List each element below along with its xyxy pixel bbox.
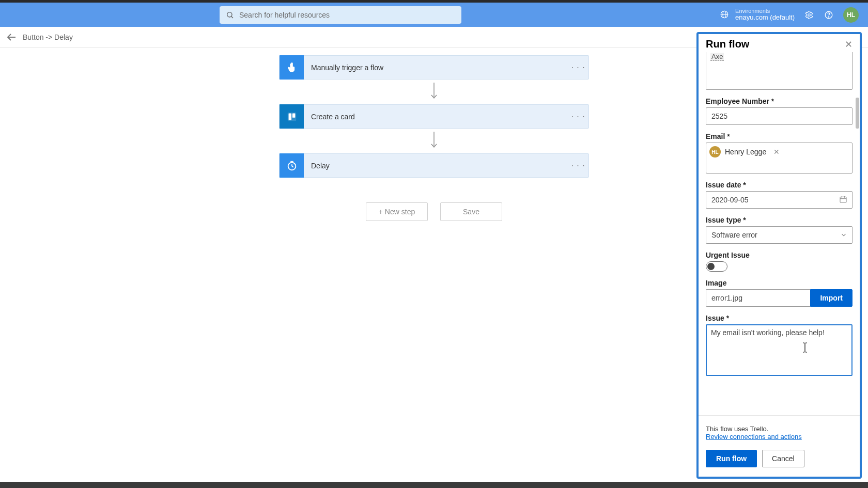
issue-date-label: Issue date *	[706, 181, 853, 189]
panel-title: Run flow	[706, 38, 749, 50]
environment-switcher[interactable]: Environments enayu.com (default)	[720, 8, 795, 21]
flow-connector	[279, 129, 589, 153]
chevron-down-icon	[840, 231, 847, 241]
flow-step-create-card[interactable]: Create a card · · ·	[279, 104, 589, 129]
save-button[interactable]: Save	[440, 202, 502, 221]
issue-date-input[interactable]	[706, 191, 853, 209]
issue-type-label: Issue type *	[706, 216, 853, 224]
email-people-picker[interactable]: HL Henry Legge ✕	[706, 143, 853, 174]
image-label: Image	[706, 279, 853, 287]
panel-info: This flow uses Trello. Review connection…	[699, 415, 860, 447]
environment-name: enayu.com (default)	[735, 14, 795, 21]
step-label: Delay	[304, 162, 568, 170]
svg-rect-11	[288, 113, 291, 120]
app-header: Environments enayu.com (default) HL	[0, 3, 868, 27]
issue-label: Issue *	[706, 314, 853, 322]
environment-icon	[720, 10, 729, 19]
email-label: Email *	[706, 132, 853, 140]
svg-point-7	[828, 17, 829, 17]
employee-number-input[interactable]	[706, 107, 853, 125]
person-avatar: HL	[709, 146, 721, 158]
help-button[interactable]	[824, 10, 834, 20]
step-label: Manually trigger a flow	[304, 64, 568, 72]
issue-type-select[interactable]	[706, 226, 853, 244]
urgent-issue-label: Urgent Issue	[706, 251, 853, 259]
help-icon	[824, 10, 833, 20]
clock-icon	[280, 153, 304, 178]
flow-step-delay[interactable]: Delay · · ·	[279, 153, 589, 178]
settings-button[interactable]	[804, 10, 814, 20]
back-button[interactable]	[5, 31, 18, 43]
uses-text: This flow uses Trello.	[706, 425, 768, 433]
step-menu-button[interactable]: · · ·	[568, 112, 588, 121]
trello-icon	[280, 104, 304, 129]
review-connections-link[interactable]: Review connections and actions	[706, 433, 802, 440]
user-avatar[interactable]: HL	[843, 7, 859, 23]
flow-step-trigger[interactable]: Manually trigger a flow · · ·	[279, 55, 589, 80]
image-filename-input[interactable]	[706, 289, 810, 307]
step-menu-button[interactable]: · · ·	[568, 161, 588, 170]
svg-rect-18	[840, 197, 846, 202]
svg-point-5	[808, 13, 811, 16]
gear-icon	[804, 10, 814, 20]
run-flow-button[interactable]: Run flow	[706, 450, 757, 467]
person-name: Henry Legge	[725, 148, 766, 156]
run-flow-panel: Run flow ✕ Axe Employee Number * Email *…	[696, 32, 862, 479]
global-search[interactable]	[220, 6, 461, 24]
breadcrumb: Button -> Delay	[23, 33, 73, 41]
step-label: Create a card	[304, 113, 568, 121]
calendar-icon[interactable]	[839, 195, 847, 206]
panel-close-button[interactable]: ✕	[845, 39, 853, 50]
scrollbar[interactable]	[856, 98, 859, 412]
svg-line-16	[292, 166, 293, 167]
svg-rect-12	[292, 113, 295, 117]
search-input[interactable]	[239, 11, 455, 19]
remove-person-button[interactable]: ✕	[773, 148, 780, 156]
cancel-button[interactable]: Cancel	[762, 450, 804, 467]
issue-textarea[interactable]	[706, 324, 853, 376]
employee-number-label: Employee Number *	[706, 97, 853, 105]
svg-point-0	[227, 12, 232, 17]
urgent-toggle[interactable]	[706, 261, 727, 272]
environment-label: Environments	[735, 8, 795, 14]
window-frame-bottom	[0, 482, 868, 488]
arrow-left-icon	[5, 31, 18, 43]
step-menu-button[interactable]: · · ·	[568, 63, 588, 72]
text-field-partial[interactable]: Axe	[706, 52, 853, 90]
svg-line-1	[231, 17, 233, 18]
import-button[interactable]: Import	[810, 289, 853, 307]
flow-connector	[279, 80, 589, 104]
search-icon	[226, 11, 234, 19]
touch-icon	[280, 55, 304, 80]
new-step-button[interactable]: + New step	[366, 202, 428, 221]
person-chip: HL Henry Legge ✕	[709, 146, 780, 158]
